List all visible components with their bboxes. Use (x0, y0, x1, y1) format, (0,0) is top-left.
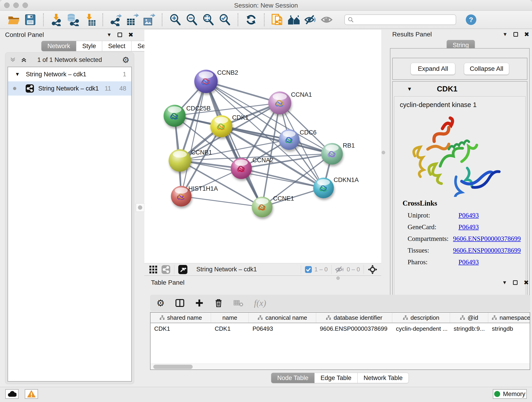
column-header-canonical-name[interactable]: canonical name (249, 313, 316, 323)
save-session-icon[interactable] (24, 13, 37, 26)
zoom-selected-icon[interactable] (218, 13, 231, 26)
show-graphics-details-icon[interactable] (320, 13, 334, 26)
table-panel: Table Panel ▼ ✖ ⚙ f(x) shared namenameca… (148, 277, 532, 387)
close-panel-icon[interactable]: ✖ (524, 31, 529, 38)
table-horizontal-scrollbar[interactable] (151, 364, 530, 370)
column-header-shared-name[interactable]: shared name (151, 313, 211, 323)
network-node-ccne1[interactable]: CCNE1 (252, 195, 294, 217)
crosslink-link[interactable]: P06493 (458, 211, 479, 219)
delete-column-icon[interactable] (214, 298, 223, 307)
crosslink-link[interactable]: P06493 (458, 258, 479, 266)
export-table-icon[interactable] (126, 13, 139, 26)
scrollbar-thumb[interactable] (153, 365, 193, 369)
hidden-items-icon (335, 266, 344, 274)
expand-all-button[interactable]: Expand All (411, 63, 455, 75)
node-label-cdkn1a: CDKN1A (334, 177, 359, 183)
memory-button[interactable]: Memory (493, 389, 527, 399)
tree-expander-icon[interactable]: ▼ (15, 71, 20, 77)
network-node-cdc25b[interactable]: CDC25B (164, 105, 211, 127)
fit-content-crosshair-icon[interactable] (367, 264, 378, 274)
tab-style[interactable]: Style (76, 41, 102, 51)
column-header-namespace[interactable]: namespace (488, 313, 530, 323)
column-header-database-identifier[interactable]: database identifier (316, 313, 392, 323)
table-cell[interactable]: stringdb (488, 323, 530, 334)
string-hide-glasses-icon[interactable] (304, 13, 317, 26)
import-table-icon[interactable] (83, 13, 96, 26)
network-node-rb1[interactable]: RB1 (321, 142, 355, 165)
column-header-name[interactable]: name (211, 313, 249, 323)
hidden-nodes-edges-count: 0 – 0 (347, 266, 360, 273)
right-splitter-dot[interactable] (382, 151, 385, 154)
node-label-ccna2: CCNA2 (253, 157, 273, 164)
table-cell[interactable]: CDK1 (211, 323, 249, 334)
float-panel-icon[interactable] (118, 32, 122, 37)
column-header--id[interactable]: @id (450, 313, 488, 323)
show-columns-icon[interactable] (175, 298, 184, 307)
show-grid-icon[interactable] (149, 265, 158, 274)
string-home-icon[interactable] (287, 13, 301, 26)
tab-network[interactable]: Network (41, 41, 76, 51)
node-section-header[interactable]: ▼ CDK1 (393, 82, 527, 96)
node-table[interactable]: shared namenamecanonical namedatabase id… (150, 312, 530, 370)
network-node-cdkn1a[interactable]: CDKN1A (313, 177, 359, 198)
crosslink-link[interactable]: 9606.ENSP00000378699 (453, 247, 521, 254)
export-network-icon[interactable] (109, 13, 123, 26)
table-row[interactable]: CDK1CDK1P064939606.ENSP00000378699cyclin… (151, 323, 530, 334)
network-node-hist1h1a[interactable]: HIST1H1A (171, 185, 218, 206)
tab-network-table[interactable]: Network Table (358, 373, 409, 383)
close-panel-icon[interactable]: ✖ (128, 31, 133, 38)
collapse-all-button[interactable]: Collapse All (464, 63, 509, 75)
table-options-gear-icon[interactable]: ⚙ (157, 298, 165, 308)
zoom-fit-icon[interactable] (202, 13, 215, 26)
import-network-icon[interactable] (50, 13, 63, 26)
network-node-ccna1[interactable]: CCNA1 (268, 91, 312, 114)
selected-checkbox-icon[interactable] (305, 266, 312, 273)
tab-edge-table[interactable]: Edge Table (315, 373, 358, 383)
node-label-ccne1: CCNE1 (273, 195, 294, 202)
table-cell[interactable]: cyclin-dependent ... (392, 323, 450, 334)
tab-select[interactable]: Select (102, 41, 132, 51)
node-label-rb1: RB1 (343, 142, 355, 149)
crosslink-label: Uniprot: (408, 211, 458, 219)
tab-node-table[interactable]: Node Table (271, 373, 315, 383)
search-input[interactable] (354, 16, 446, 23)
section-expander-icon[interactable]: ▼ (407, 86, 412, 92)
collapse-panel-icon[interactable]: ▼ (503, 32, 508, 37)
collapse-panel-icon[interactable]: ▼ (502, 280, 507, 286)
string-network-graph[interactable]: CCNB2CCNA1CDC25BCDK1CDC6RB1CCNB1CCNA2CDK… (144, 30, 381, 263)
table-cell[interactable]: stringdb:9... (450, 323, 488, 334)
open-session-icon[interactable] (7, 13, 20, 26)
float-panel-icon[interactable] (513, 32, 518, 37)
column-header-description[interactable]: description (392, 313, 450, 323)
crosslink-label: GeneCard: (408, 223, 458, 231)
cloud-status-button[interactable] (5, 389, 19, 399)
import-network-from-database-icon[interactable] (66, 13, 80, 26)
zoom-out-icon[interactable] (185, 13, 198, 26)
column-header-label: shared name (167, 314, 202, 321)
table-cell[interactable]: CDK1 (151, 323, 211, 334)
table-cell[interactable]: P06493 (249, 323, 316, 334)
collection-count: 1 (123, 71, 126, 78)
string-protein-query-icon[interactable] (271, 13, 284, 26)
table-cell[interactable]: 9606.ENSP00000378699 (316, 323, 392, 334)
crosslink-link[interactable]: 9606.ENSP00000378699 (453, 235, 521, 242)
export-image-icon[interactable] (142, 13, 156, 26)
network-collection-row[interactable]: ▼ String Network – cdk1 1 (8, 67, 131, 81)
network-row[interactable]: String Network – cdk1 11 48 (8, 81, 131, 96)
float-panel-icon[interactable] (513, 280, 518, 285)
network-view-canvas[interactable]: CCNB2CCNA1CDC25BCDK1CDC6RB1CCNB1CCNA2CDK… (144, 30, 381, 263)
main-toolbar: ? (0, 11, 532, 29)
warnings-button[interactable] (25, 389, 38, 399)
string-style-icon[interactable] (161, 265, 171, 274)
create-column-icon[interactable] (195, 299, 204, 307)
search-box[interactable] (344, 14, 456, 25)
refresh-icon[interactable] (244, 13, 258, 26)
crosslink-link[interactable]: P06493 (458, 223, 479, 231)
panel-splitter-handle[interactable] (136, 203, 144, 212)
collapse-panel-icon[interactable]: ▼ (107, 32, 112, 38)
birds-eye-view-icon[interactable] (178, 265, 188, 274)
help-icon[interactable]: ? (466, 14, 476, 25)
close-panel-icon[interactable]: ✖ (524, 279, 529, 286)
toolbar-separator (43, 13, 44, 26)
zoom-in-icon[interactable] (169, 13, 182, 26)
